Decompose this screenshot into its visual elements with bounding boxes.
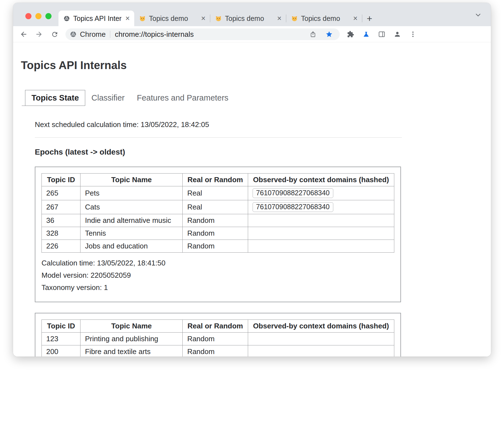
back-button[interactable] xyxy=(18,28,30,40)
topic-name: Printing and publishing xyxy=(80,333,183,345)
table-header-row: Topic ID Topic Name Real or Random Obser… xyxy=(42,174,394,186)
observed-domains-cell xyxy=(248,227,394,240)
tab-title: Topics demo xyxy=(149,14,197,23)
topic-id: 36 xyxy=(42,214,80,227)
table-row: 36 Indie and alternative music Random xyxy=(42,214,394,227)
epoch-panel-2: Topic ID Topic Name Real or Random Obser… xyxy=(35,313,401,357)
browser-toolbar: Chrome chrome://topics-internals xyxy=(13,26,491,42)
profile-avatar-icon[interactable] xyxy=(391,28,403,40)
next-calculation-time: Next scheduled calculation time: 13/05/2… xyxy=(35,120,491,129)
topic-name: Pets xyxy=(80,186,183,200)
cat-icon xyxy=(291,15,298,22)
calculation-time: Calculation time: 13/05/2022, 18:41:50 xyxy=(41,259,394,267)
share-icon[interactable] xyxy=(308,29,318,39)
maximize-window-button[interactable] xyxy=(45,13,52,19)
cat-icon xyxy=(215,15,222,22)
close-tab-icon[interactable]: × xyxy=(277,15,282,22)
bookmark-star-icon[interactable] xyxy=(324,29,334,39)
page-title: Topics API Internals xyxy=(21,59,491,72)
chrome-logo-icon xyxy=(70,31,77,38)
traffic-lights xyxy=(25,13,52,19)
observed-domains-cell xyxy=(248,345,394,357)
observed-domains-cell xyxy=(248,214,394,227)
table-row: 226 Jobs and education Random xyxy=(42,240,394,253)
table-row: 123 Printing and publishing Random xyxy=(42,333,394,345)
search-engine-label: Chrome xyxy=(80,30,106,39)
real-or-random: Real xyxy=(183,200,248,214)
close-tab-icon[interactable]: × xyxy=(125,15,130,22)
close-tab-icon[interactable]: × xyxy=(200,15,206,22)
extensions-puzzle-icon[interactable] xyxy=(344,28,357,40)
browser-tab-topics-demo-3[interactable]: Topics demo × xyxy=(286,11,362,26)
epoch-2-table: Topic ID Topic Name Real or Random Obser… xyxy=(41,320,394,357)
tab-title: Topics demo xyxy=(301,14,349,23)
topic-name: Indie and alternative music xyxy=(80,214,183,227)
tab-strip: Topics API Intern × Topics demo × xyxy=(13,3,491,26)
header-real-or-random: Real or Random xyxy=(183,320,248,333)
observed-domains-cell xyxy=(248,240,394,253)
new-tab-button[interactable]: + xyxy=(362,11,377,26)
header-topic-name: Topic Name xyxy=(80,174,183,186)
browser-tab-topics-demo-2[interactable]: Topics demo × xyxy=(210,11,286,26)
reload-button[interactable] xyxy=(48,28,61,40)
forward-button[interactable] xyxy=(33,28,45,40)
topic-id: 328 xyxy=(42,227,80,240)
topic-id: 123 xyxy=(42,333,80,345)
table-row: 265 Pets Real 7610709088227068340 xyxy=(42,186,394,200)
real-or-random: Real xyxy=(183,186,248,200)
table-row: 328 Tennis Random xyxy=(42,227,394,240)
address-bar[interactable]: Chrome chrome://topics-internals xyxy=(65,28,340,40)
real-or-random: Random xyxy=(183,345,248,357)
browser-tab-topics-internals[interactable]: Topics API Intern × xyxy=(58,11,134,26)
real-or-random: Random xyxy=(183,227,248,240)
topic-name: Jobs and education xyxy=(80,240,183,253)
side-panel-icon[interactable] xyxy=(376,28,388,40)
epoch-1-meta: Calculation time: 13/05/2022, 18:41:50 M… xyxy=(41,259,394,292)
divider xyxy=(35,137,402,138)
header-observed-by: Observed-by context domains (hashed) xyxy=(248,174,394,186)
tab-bar-lead-line xyxy=(22,90,25,106)
tab-title: Topics API Intern xyxy=(73,14,121,23)
epoch-1-table: Topic ID Topic Name Real or Random Obser… xyxy=(41,173,394,253)
tab-search-chevron-icon[interactable] xyxy=(473,10,483,20)
browser-tab-topics-demo-1[interactable]: Topics demo × xyxy=(134,11,210,26)
epoch-panel-1: Topic ID Topic Name Real or Random Obser… xyxy=(35,167,401,302)
topic-id: 265 xyxy=(42,186,80,200)
observed-domains-cell xyxy=(248,333,394,345)
browser-tabs: Topics API Intern × Topics demo × xyxy=(58,11,377,26)
topic-id: 200 xyxy=(42,345,80,357)
table-header-row: Topic ID Topic Name Real or Random Obser… xyxy=(42,320,394,333)
tab-features-and-parameters[interactable]: Features and Parameters xyxy=(131,90,235,106)
tab-classifier[interactable]: Classifier xyxy=(85,90,131,106)
topic-id: 226 xyxy=(42,240,80,253)
taxonomy-version: Taxonomy version: 1 xyxy=(41,283,394,292)
cat-icon xyxy=(139,15,146,22)
tab-topics-state[interactable]: Topics State xyxy=(25,90,85,106)
topic-name: Cats xyxy=(80,200,183,214)
header-observed-by: Observed-by context domains (hashed) xyxy=(248,320,394,333)
real-or-random: Random xyxy=(183,333,248,345)
close-window-button[interactable] xyxy=(25,13,31,19)
real-or-random: Random xyxy=(183,240,248,253)
model-version: Model version: 2205052059 xyxy=(41,271,394,280)
close-tab-icon[interactable]: × xyxy=(353,15,358,22)
header-topic-id: Topic ID xyxy=(42,320,80,333)
topic-id: 267 xyxy=(42,200,80,214)
hashed-domain-value: 7610709088227068340 xyxy=(253,202,333,212)
table-row: 267 Cats Real 7610709088227068340 xyxy=(42,200,394,214)
epochs-heading: Epochs (latest -> oldest) xyxy=(35,148,491,157)
real-or-random: Random xyxy=(183,214,248,227)
observed-domains-cell: 7610709088227068340 xyxy=(248,186,394,200)
header-topic-name: Topic Name xyxy=(80,320,183,333)
table-row: 200 Fibre and textile arts Random xyxy=(42,345,394,357)
more-menu-kebab-icon[interactable] xyxy=(407,28,419,40)
minimize-window-button[interactable] xyxy=(35,13,41,19)
header-real-or-random: Real or Random xyxy=(183,174,248,186)
url-text: chrome://topics-internals xyxy=(115,30,194,39)
tab-title: Topics demo xyxy=(225,14,273,23)
page-content: Topics API Internals Topics State Classi… xyxy=(13,42,491,357)
page-tab-bar: Topics State Classifier Features and Par… xyxy=(22,90,491,106)
chrome-internals-icon xyxy=(63,15,70,22)
chrome-labs-flask-icon[interactable] xyxy=(360,28,372,40)
hashed-domain-value: 7610709088227068340 xyxy=(253,188,333,198)
